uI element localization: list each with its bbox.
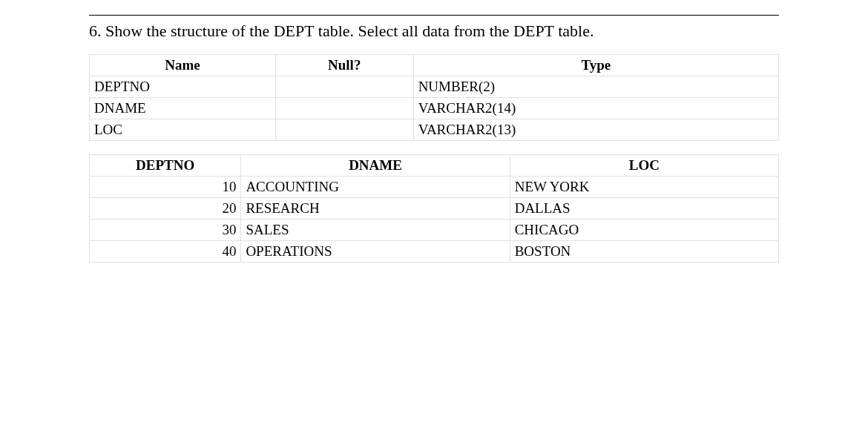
- cell-null: [275, 76, 413, 98]
- cell-type: VARCHAR2(13): [413, 119, 778, 141]
- col-header-deptno: DEPTNO: [90, 155, 241, 177]
- cell-type: NUMBER(2): [413, 76, 778, 98]
- table-header-row: Name Null? Type: [90, 55, 779, 76]
- table-row: 40 OPERATIONS BOSTON: [90, 241, 779, 263]
- cell-name: LOC: [90, 119, 276, 141]
- cell-loc: BOSTON: [510, 241, 778, 263]
- cell-dname: SALES: [241, 220, 510, 241]
- cell-dname: OPERATIONS: [241, 241, 510, 263]
- table-row: 10 ACCOUNTING NEW YORK: [90, 177, 779, 198]
- horizontal-rule: [89, 15, 779, 16]
- cell-deptno: 10: [90, 177, 241, 198]
- cell-deptno: 30: [90, 220, 241, 241]
- cell-deptno: 20: [90, 198, 241, 220]
- question-text: 6. Show the structure of the DEPT table.…: [89, 22, 779, 41]
- cell-null: [275, 98, 413, 119]
- cell-deptno: 40: [90, 241, 241, 263]
- cell-name: DNAME: [90, 98, 276, 119]
- cell-type: VARCHAR2(14): [413, 98, 778, 119]
- cell-dname: ACCOUNTING: [241, 177, 510, 198]
- table-header-row: DEPTNO DNAME LOC: [90, 155, 779, 177]
- cell-loc: DALLAS: [510, 198, 778, 220]
- cell-null: [275, 119, 413, 141]
- col-header-name: Name: [90, 55, 276, 76]
- cell-loc: NEW YORK: [510, 177, 778, 198]
- table-row: 20 RESEARCH DALLAS: [90, 198, 779, 220]
- col-header-type: Type: [413, 55, 778, 76]
- structure-table: Name Null? Type DEPTNO NUMBER(2) DNAME V…: [89, 54, 779, 141]
- table-row: DNAME VARCHAR2(14): [90, 98, 779, 119]
- table-row: 30 SALES CHICAGO: [90, 220, 779, 241]
- col-header-loc: LOC: [510, 155, 778, 177]
- col-header-null: Null?: [275, 55, 413, 76]
- cell-loc: CHICAGO: [510, 220, 778, 241]
- table-row: DEPTNO NUMBER(2): [90, 76, 779, 98]
- cell-dname: RESEARCH: [241, 198, 510, 220]
- data-table: DEPTNO DNAME LOC 10 ACCOUNTING NEW YORK …: [89, 154, 779, 263]
- col-header-dname: DNAME: [241, 155, 510, 177]
- table-row: LOC VARCHAR2(13): [90, 119, 779, 141]
- cell-name: DEPTNO: [90, 76, 276, 98]
